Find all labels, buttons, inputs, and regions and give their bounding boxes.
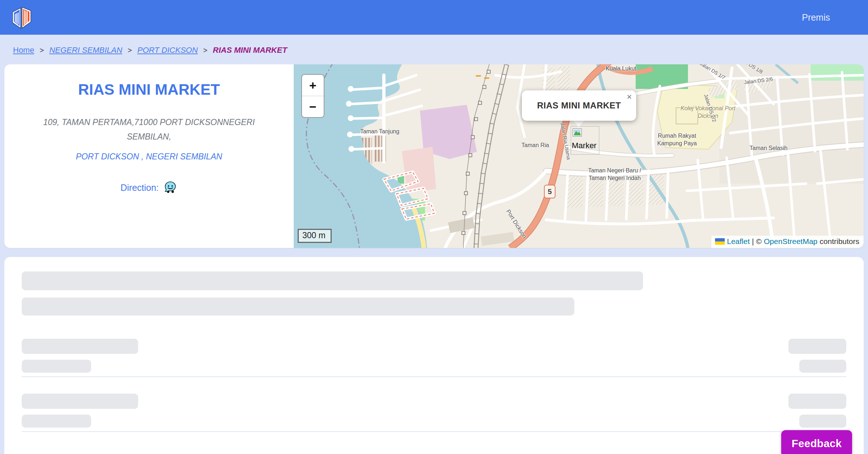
map-zoom-control: + − — [301, 74, 324, 118]
attribution-separator: | — [752, 237, 754, 246]
ukraine-flag-icon — [715, 238, 725, 245]
map-attribution: Leaflet | © OpenStreetMap contributors — [711, 236, 864, 248]
breadcrumb-home[interactable]: Home — [13, 46, 34, 55]
page-title: RIAS MINI MARKET — [22, 81, 276, 98]
breadcrumb-separator: > — [40, 46, 44, 55]
skeleton-bar — [22, 394, 138, 409]
openstreetmap-link[interactable]: OpenStreetMap — [764, 237, 817, 246]
feedback-button[interactable]: Feedback — [781, 430, 852, 454]
breadcrumb: Home > NEGERI SEMBILAN > PORT DICKSON > … — [0, 35, 868, 64]
waze-icon[interactable] — [163, 180, 178, 195]
listing-card: RIAS MINI MARKET 109, TAMAN PERTAMA,7100… — [4, 64, 864, 248]
skeleton-bar — [799, 360, 846, 373]
breadcrumb-separator: > — [203, 46, 208, 55]
breadcrumb-separator: > — [128, 46, 132, 55]
nav-premis-link[interactable]: Premis — [802, 12, 830, 23]
skeleton-bar — [22, 360, 91, 373]
skeleton-row — [22, 360, 846, 373]
leaflet-link[interactable]: Leaflet — [727, 237, 750, 246]
map-popup-tail — [572, 120, 585, 127]
brand-logo-icon[interactable] — [9, 4, 34, 31]
skeleton-bar — [22, 415, 91, 428]
skeleton-bar — [788, 394, 846, 409]
map-scale: 300 m — [298, 229, 332, 243]
listing-region: PORT DICKSON , NEGERI SEMBILAN — [22, 152, 276, 162]
skeleton-row — [22, 415, 846, 428]
skeleton-row — [22, 394, 846, 409]
route-shield-5: 5 — [544, 185, 556, 198]
skeleton-bar — [22, 339, 138, 354]
skeleton-bar — [788, 339, 846, 354]
leaflet-map[interactable]: Kuala Lukut Taman Tanjung Taman Ria Ruma… — [294, 64, 864, 248]
contributors-text: contributors — [820, 237, 859, 246]
zoom-in-button[interactable]: + — [302, 75, 324, 96]
breadcrumb-current-page: RIAS MINI MARKET — [213, 46, 287, 55]
popup-close-icon[interactable]: × — [627, 93, 632, 101]
zoom-out-button[interactable]: − — [302, 96, 324, 117]
app-header: Premis — [0, 0, 868, 35]
direction-row: Direction: — [22, 180, 276, 195]
breadcrumb-state[interactable]: NEGERI SEMBILAN — [49, 46, 122, 55]
divider — [22, 431, 846, 432]
divider — [22, 376, 846, 377]
map-popup: RIAS MINI MARKET × — [522, 90, 636, 121]
direction-label: Direction: — [120, 183, 159, 193]
skeleton-bar — [799, 415, 846, 428]
listing-address: 109, TAMAN PERTAMA,71000 PORT DICKSONNEG… — [22, 115, 276, 144]
skeleton-bar — [22, 297, 574, 316]
map-popup-title: RIAS MINI MARKET — [537, 100, 621, 111]
map-marker[interactable]: Marker — [571, 126, 599, 155]
listing-info-panel: RIAS MINI MARKET 109, TAMAN PERTAMA,7100… — [4, 64, 294, 248]
skeleton-bar — [22, 271, 643, 290]
skeleton-row — [22, 339, 846, 354]
copyright-symbol: © — [756, 237, 762, 246]
marker-alt-text: Marker — [572, 141, 599, 150]
broken-image-icon — [572, 127, 583, 138]
breadcrumb-district[interactable]: PORT DICKSON — [137, 46, 198, 55]
details-card-loading — [4, 257, 864, 454]
